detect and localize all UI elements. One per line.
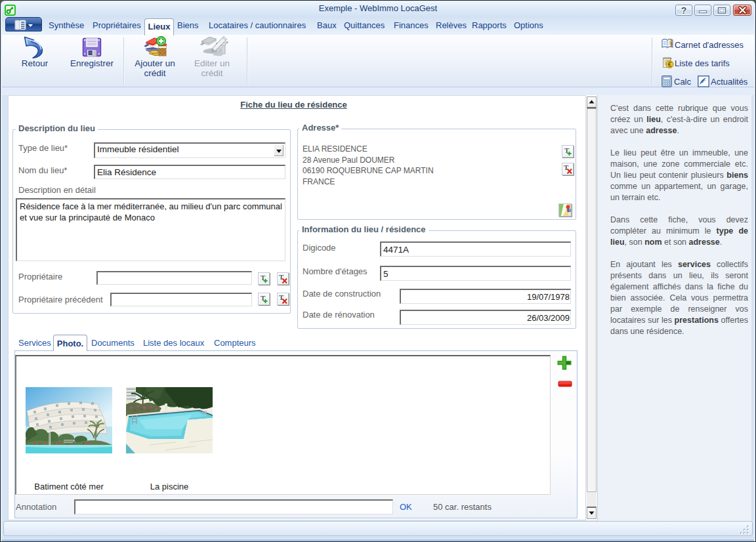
svg-text:€: € bbox=[667, 60, 671, 68]
svg-text:?: ? bbox=[681, 5, 687, 15]
